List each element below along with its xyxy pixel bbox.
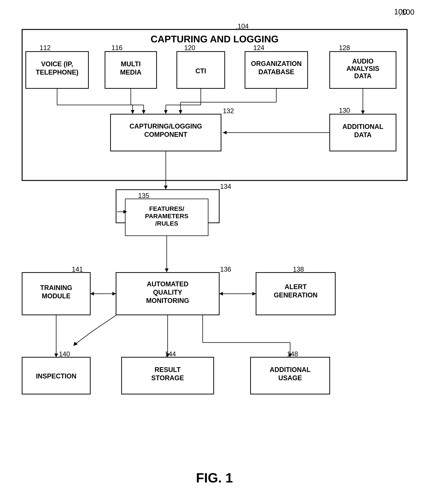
ref-104: 104 — [238, 22, 249, 30]
audio-label-1: AUDIO — [352, 57, 374, 65]
additional-usage-label-2: USAGE — [278, 374, 302, 382]
ref-138: 138 — [293, 265, 304, 273]
svg-marker-23 — [164, 186, 168, 189]
svg-line-40 — [74, 331, 92, 345]
additional-data-label-1: ADDITIONAL — [342, 123, 383, 130]
ref-116: 116 — [111, 44, 123, 52]
voice-label-1: VOICE (IP, — [41, 60, 73, 68]
ref-120: 120 — [184, 44, 195, 52]
cap-log-comp-label-1: CAPTURING/LOGGING — [129, 123, 202, 130]
result-storage-label-1: RESULT — [154, 366, 180, 373]
org-db-label-1: ORGANIZATION — [251, 60, 302, 67]
ref-135: 135 — [138, 192, 149, 199]
result-storage-label-2: STORAGE — [151, 374, 184, 382]
ref-100-text: 100 — [402, 8, 414, 16]
svg-marker-29 — [252, 292, 256, 296]
audio-label-2: ANALYSIS — [347, 65, 379, 72]
svg-marker-25 — [165, 268, 169, 272]
automated-label-1: AUTOMATED — [147, 280, 189, 288]
ref-141: 141 — [72, 265, 83, 273]
alert-label-1: ALERT — [285, 283, 307, 291]
ref-124: 124 — [253, 44, 264, 52]
multimedia-label-2: MEDIA — [120, 69, 142, 76]
svg-line-0 — [399, 14, 401, 16]
ref-112: 112 — [40, 44, 51, 52]
ref-140: 140 — [59, 350, 70, 358]
svg-marker-33 — [90, 292, 94, 296]
outer-box-label: CAPTURING AND LOGGING — [151, 34, 278, 44]
multimedia-label-1: MULTI — [121, 60, 141, 68]
voice-label-2: TELEPHONE) — [36, 69, 79, 76]
features-label-2: PARAMETERS — [145, 212, 188, 220]
cti-label: CTI — [196, 67, 206, 75]
additional-data-label-2: DATA — [354, 131, 372, 139]
ref-136: 136 — [220, 265, 231, 273]
additional-usage-label-1: ADDITIONAL — [270, 366, 311, 373]
ref-128: 128 — [339, 44, 350, 52]
automated-label-3: MONITORING — [146, 297, 189, 304]
svg-marker-38 — [54, 354, 58, 357]
fig-label: FIG. 1 — [196, 470, 233, 485]
ref-130: 130 — [339, 107, 350, 114]
features-label-1: FEATURES/ — [149, 205, 184, 212]
svg-marker-32 — [112, 292, 116, 296]
training-label-2: MODULE — [42, 292, 71, 300]
alert-label-2: GENERATION — [274, 291, 317, 299]
ref-134: 134 — [220, 183, 231, 190]
inspection-label: INSPECTION — [36, 372, 76, 380]
svg-line-39 — [92, 315, 116, 331]
features-label-3: /RULES — [155, 220, 178, 227]
audio-label-3: DATA — [354, 72, 372, 80]
org-db-label-2: DATABASE — [259, 68, 294, 76]
svg-marker-41 — [73, 342, 78, 346]
svg-marker-30 — [219, 292, 223, 296]
diagram-svg: 100 CAPTURING AND LOGGING 104 VOICE (IP,… — [0, 0, 429, 504]
cap-log-comp-label-2: COMPONENT — [144, 131, 187, 138]
ref-132: 132 — [223, 107, 234, 115]
training-label-1: TRAINING — [40, 284, 72, 292]
automated-label-2: QUALITY — [153, 289, 182, 296]
